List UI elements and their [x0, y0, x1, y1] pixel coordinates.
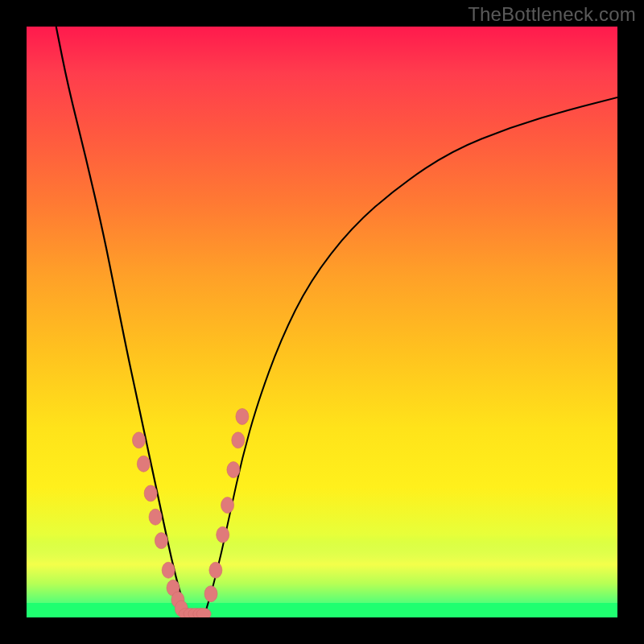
data-marker [232, 432, 245, 448]
data-marker [221, 497, 234, 514]
data-marker [155, 533, 167, 549]
data-marker [204, 586, 217, 602]
markers-left-group [132, 432, 188, 617]
chart-svg [27, 27, 617, 617]
curve-group [56, 27, 617, 617]
data-marker [137, 456, 150, 472]
data-marker [236, 408, 249, 424]
markers-bottom-group [179, 609, 211, 617]
data-marker [144, 485, 157, 502]
data-marker [217, 526, 229, 543]
data-marker [209, 562, 222, 578]
data-marker [227, 462, 240, 478]
watermark-text: TheBottleneck.com [468, 3, 636, 26]
data-marker [149, 509, 162, 525]
markers-right-group [204, 408, 249, 601]
chart-outer-frame: TheBottleneck.com [0, 0, 644, 644]
plot-area [27, 27, 617, 617]
data-marker [132, 432, 145, 448]
data-marker [162, 562, 175, 578]
data-marker [196, 609, 211, 617]
left-curve-path [56, 27, 188, 617]
right-curve-path [204, 97, 617, 617]
